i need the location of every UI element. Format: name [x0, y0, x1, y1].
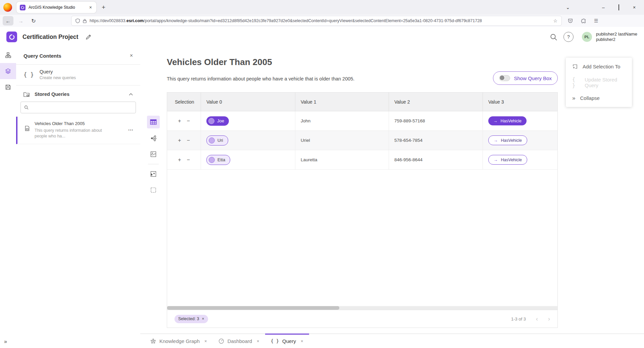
column-header-value0: Value 0: [201, 93, 295, 111]
tab-dashboard[interactable]: Dashboard ×: [213, 334, 265, 348]
query-item-title: Query: [40, 69, 76, 74]
new-map-icon[interactable]: [147, 168, 160, 180]
table-view-icon[interactable]: [147, 116, 160, 128]
back-button[interactable]: ←: [3, 16, 13, 25]
row-remove-selection-button[interactable]: −: [187, 118, 190, 124]
row-add-selection-button[interactable]: +: [178, 137, 181, 143]
folder-icon: [23, 92, 30, 97]
cell-value1: John: [295, 111, 389, 130]
menu-hamburger-icon[interactable]: ☰: [594, 18, 598, 23]
table-header-row: Selection Value 0 Value 1 Value 2 Value …: [167, 93, 557, 111]
entity-pill[interactable]: Joe: [206, 116, 229, 126]
dashboard-gauge-icon: [218, 338, 224, 344]
rail-expand-chevrons-icon[interactable]: »: [0, 339, 7, 345]
braces-icon: { }: [23, 71, 34, 78]
new-tab-button[interactable]: +: [102, 4, 105, 11]
row-add-selection-button[interactable]: +: [178, 157, 181, 163]
stored-query-doc-icon: [25, 126, 30, 139]
tab-knowledge-graph[interactable]: Knowledge Graph ×: [145, 334, 213, 348]
stored-query-options-ellipsis-icon[interactable]: •••: [129, 128, 134, 132]
rail-save-icon[interactable]: [0, 79, 16, 95]
window-minimize-button[interactable]: –: [596, 5, 611, 10]
browser-navbar: ← → ↻ https://dev0028833.esri.com/portal…: [0, 15, 644, 27]
url-text[interactable]: https://dev0028833.esri.com/portal/apps/…: [90, 18, 550, 23]
edit-pencil-icon[interactable]: [86, 34, 91, 40]
stored-queries-searchbox[interactable]: [20, 102, 136, 113]
user-block[interactable]: publisher2 lastName publisher2: [596, 32, 637, 43]
reload-button[interactable]: ↻: [28, 16, 39, 25]
screen: ArcGIS Knowledge Studio × + ⌄ – × ← → ↻ …: [0, 0, 644, 348]
avatar[interactable]: PL: [582, 32, 592, 42]
cell-value1: Lauretta: [295, 150, 389, 169]
relationship-pill[interactable]: →HasVehicle: [488, 135, 527, 145]
selected-count-label: Selected: 3: [178, 316, 199, 321]
horizontal-scrollbar[interactable]: [167, 306, 557, 310]
entity-pill[interactable]: Uri: [206, 135, 228, 146]
stored-queries-title: Stored Queries: [35, 92, 124, 97]
stored-queries-header[interactable]: Stored Queries: [16, 85, 140, 101]
stored-query-title: Vehicles Older Than 2005: [35, 121, 106, 126]
tab-query[interactable]: { } Query ×: [265, 334, 309, 348]
scrollbar-thumb[interactable]: [167, 306, 339, 310]
rail-layers-icon[interactable]: [0, 63, 16, 79]
cell-value2: 846-956-8644: [389, 150, 483, 169]
show-query-box-toggle[interactable]: Show Query Box: [493, 71, 558, 85]
pocket-icon[interactable]: [568, 18, 573, 23]
help-icon[interactable]: ?: [561, 32, 576, 42]
add-selection-icon: [572, 64, 578, 69]
firefox-icon[interactable]: [3, 3, 12, 12]
query-result-title: Vehicles Older Than 2005: [167, 57, 272, 67]
table-footer: Selected: 3 × 1-3 of 3 ‹ ›: [167, 310, 557, 328]
entity-pill[interactable]: Etta: [206, 155, 230, 165]
query-create-item[interactable]: { } Query Create new queries: [16, 65, 140, 85]
toggle-switch[interactable]: [499, 75, 510, 81]
arrow-right-icon: →: [493, 119, 498, 123]
forward-button[interactable]: →: [15, 16, 26, 25]
selected-count-chip[interactable]: Selected: 3 ×: [175, 315, 208, 323]
selection-tools-icon[interactable]: [147, 184, 160, 196]
column-header-value2: Value 2: [389, 93, 483, 111]
chevron-up-icon[interactable]: [129, 93, 133, 96]
tab-close-icon[interactable]: ×: [204, 339, 207, 344]
query-contents-panel: Query Contents × { } Query Create new qu…: [16, 47, 141, 348]
relationship-pill[interactable]: →HasVehicle: [488, 155, 527, 165]
relationship-pill[interactable]: →HasVehicle: [488, 116, 527, 125]
header-right: ? PL publisher2 lastName publisher2: [546, 32, 639, 43]
link-chart-view-icon[interactable]: [147, 132, 160, 144]
table-row: + − Joe John 759-889-57168 →HasVehicle: [167, 111, 557, 131]
previous-page-icon[interactable]: ‹: [536, 316, 538, 322]
clear-selection-icon[interactable]: ×: [202, 316, 204, 321]
query-item-subtitle: Create new queries: [40, 75, 76, 80]
browser-tab-title: ArcGIS Knowledge Studio: [29, 5, 85, 10]
tab-close-icon[interactable]: ×: [257, 339, 259, 344]
row-remove-selection-button[interactable]: −: [187, 157, 190, 163]
cell-value2: 578-654-7854: [389, 131, 483, 150]
column-header-selection: Selection: [167, 93, 201, 111]
extensions-puzzle-icon[interactable]: [581, 18, 586, 23]
lock-icon[interactable]: [83, 19, 87, 23]
map-view-icon[interactable]: [147, 148, 160, 161]
row-add-selection-button[interactable]: +: [178, 118, 181, 124]
next-page-icon[interactable]: ›: [548, 316, 550, 322]
search-icon[interactable]: [546, 34, 561, 41]
panel-close-icon[interactable]: ×: [130, 53, 133, 59]
menu-item-add-selection-to[interactable]: Add Selection To: [566, 59, 632, 74]
browser-tab[interactable]: ArcGIS Knowledge Studio ×: [16, 2, 96, 13]
list-tabs-chevron-icon[interactable]: ⌄: [560, 5, 576, 10]
tab-close-icon[interactable]: ×: [301, 339, 303, 344]
stored-queries-search-input[interactable]: [31, 105, 132, 110]
column-header-value1: Value 1: [295, 93, 389, 111]
toggle-knob: [499, 75, 505, 81]
window-close-button[interactable]: ×: [627, 5, 642, 10]
tab-close-icon[interactable]: ×: [88, 5, 93, 10]
arcgis-knowledge-logo: [6, 32, 17, 42]
stored-query-item[interactable]: Vehicles Older Than 2005 This query retu…: [16, 117, 140, 144]
menu-item-collapse[interactable]: » Collapse: [566, 90, 632, 106]
window-maximize-button[interactable]: [611, 5, 627, 10]
rail-data-model-icon[interactable]: [0, 47, 16, 63]
row-remove-selection-button[interactable]: −: [187, 137, 190, 143]
shield-icon[interactable]: [76, 18, 80, 23]
bookmark-star-icon[interactable]: ☆: [553, 18, 557, 23]
toolbar-divider: [148, 164, 159, 164]
url-bar[interactable]: https://dev0028833.esri.com/portal/apps/…: [71, 16, 562, 26]
